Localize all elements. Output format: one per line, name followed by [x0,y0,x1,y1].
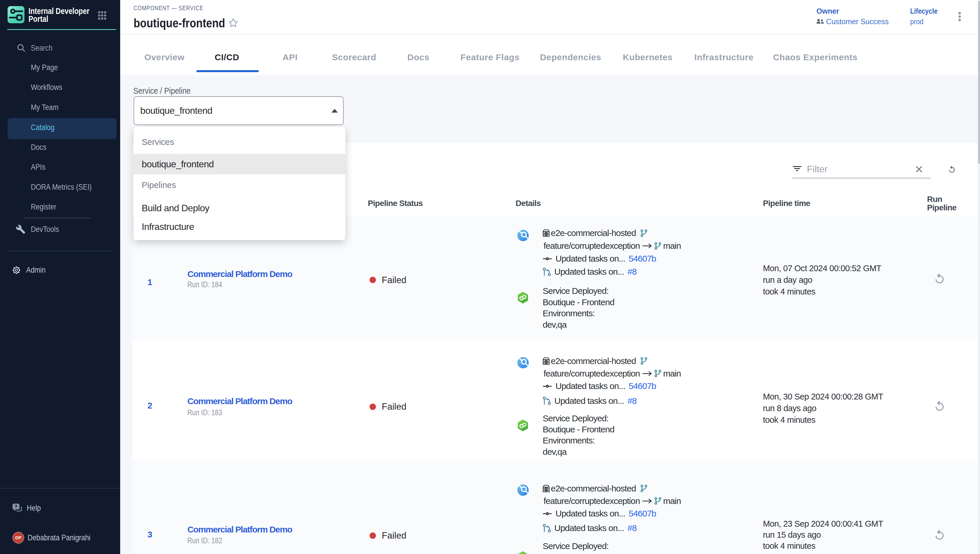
svg-text:?: ? [14,504,18,509]
